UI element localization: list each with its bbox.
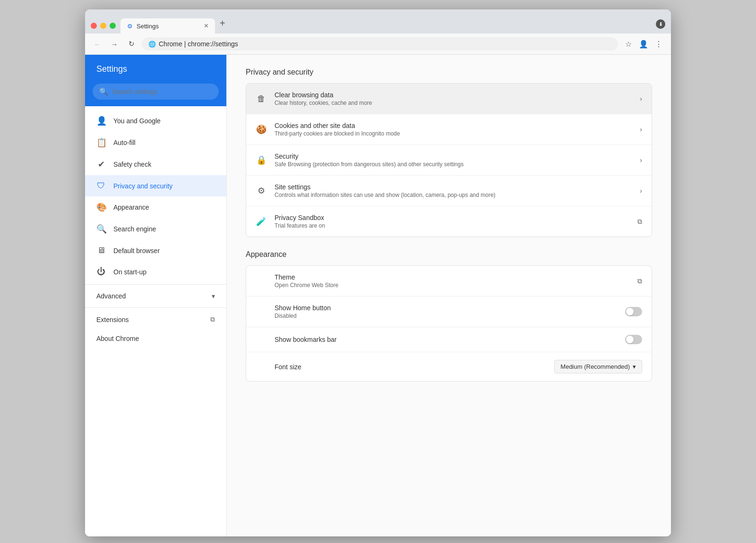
maximize-traffic-light[interactable] bbox=[110, 23, 116, 29]
minimize-traffic-light[interactable] bbox=[100, 23, 106, 29]
traffic-lights bbox=[91, 23, 116, 34]
chevron-right-icon-3: › bbox=[640, 156, 642, 164]
sidebar-header: Settings bbox=[85, 55, 226, 84]
font-size-value: Medium (Recommended) bbox=[560, 363, 630, 370]
show-home-button-row[interactable]: Show Home button Disabled bbox=[246, 297, 652, 327]
appearance-card: Theme Open Chrome Web Store ⧉ Show Home … bbox=[246, 265, 652, 382]
cast-icon[interactable]: ⬇ bbox=[656, 19, 665, 29]
cookies-icon: 🍪 bbox=[256, 124, 267, 135]
sidebar-item-extensions[interactable]: Extensions ⧉ bbox=[85, 310, 226, 329]
shield-icon: 🛡 bbox=[96, 181, 106, 191]
external-icon: ⧉ bbox=[637, 218, 642, 226]
sidebar-divider bbox=[85, 284, 226, 285]
site-settings-row[interactable]: ⚙ Site settings Controls what informatio… bbox=[246, 176, 652, 206]
sidebar-advanced-label: Advanced bbox=[96, 292, 126, 300]
cookies-row[interactable]: 🍪 Cookies and other site data Third-part… bbox=[246, 114, 652, 145]
search-engine-icon: 🔍 bbox=[96, 224, 106, 234]
startup-icon: ⏻ bbox=[96, 267, 106, 277]
bookmark-button[interactable]: ☆ bbox=[622, 37, 635, 51]
privacy-sandbox-text: Privacy Sandbox Trial features are on bbox=[275, 214, 630, 229]
sidebar-extensions-label: Extensions bbox=[96, 316, 129, 323]
address-bar: ← → ↻ 🌐 Chrome | chrome://settings ☆ 👤 ⋮ bbox=[85, 34, 671, 55]
sidebar-item-label: Safety check bbox=[113, 161, 151, 168]
privacy-security-title: Privacy and security bbox=[246, 68, 652, 76]
font-size-select[interactable]: Medium (Recommended) ▾ bbox=[554, 360, 642, 373]
lock-icon: 🔒 bbox=[256, 155, 267, 165]
sidebar-nav: 👤 You and Google 📋 Auto-fill ✔ Safety ch… bbox=[85, 106, 226, 352]
privacy-sandbox-row[interactable]: 🧪 Privacy Sandbox Trial features are on … bbox=[246, 206, 652, 237]
sidebar-item-label: Auto-fill bbox=[113, 139, 136, 146]
cookies-text: Cookies and other site data Third-party … bbox=[275, 122, 632, 137]
active-tab[interactable]: ⚙ Settings × bbox=[120, 18, 215, 34]
sidebar-item-about-chrome[interactable]: About Chrome bbox=[85, 329, 226, 348]
sidebar-item-default-browser[interactable]: 🖥 Default browser bbox=[85, 240, 226, 261]
sidebar-item-safety-check[interactable]: ✔ Safety check bbox=[85, 153, 226, 175]
tab-title: Settings bbox=[137, 23, 200, 30]
clear-browsing-data-subtitle: Clear history, cookies, cache and more bbox=[275, 100, 632, 106]
close-traffic-light[interactable] bbox=[91, 23, 97, 29]
search-input[interactable] bbox=[112, 88, 212, 95]
security-title: Security bbox=[275, 153, 632, 160]
sidebar: Settings 🔍 👤 You and Google 📋 Auto-f bbox=[85, 55, 227, 536]
sidebar-item-label: Appearance bbox=[113, 204, 149, 211]
reload-button[interactable]: ↻ bbox=[125, 37, 138, 51]
back-button[interactable]: ← bbox=[91, 37, 104, 51]
show-bookmarks-bar-row[interactable]: Show bookmarks bar bbox=[246, 327, 652, 352]
sidebar-about-label: About Chrome bbox=[96, 335, 139, 342]
site-settings-subtitle: Controls what information sites can use … bbox=[275, 192, 632, 198]
tab-bar-right: ⬇ bbox=[656, 19, 665, 34]
menu-button[interactable]: ⋮ bbox=[652, 37, 665, 51]
theme-subtitle: Open Chrome Web Store bbox=[275, 282, 630, 288]
sidebar-item-privacy-security[interactable]: 🛡 Privacy and security bbox=[85, 175, 226, 196]
sidebar-divider-2 bbox=[85, 307, 226, 308]
privacy-sandbox-subtitle: Trial features are on bbox=[275, 222, 630, 229]
security-subtitle: Safe Browsing (protection from dangerous… bbox=[275, 161, 632, 168]
theme-row[interactable]: Theme Open Chrome Web Store ⧉ bbox=[246, 266, 652, 297]
safety-check-icon: ✔ bbox=[96, 159, 106, 170]
bookmarks-bar-toggle[interactable] bbox=[625, 335, 642, 344]
security-row[interactable]: 🔒 Security Safe Browsing (protection fro… bbox=[246, 145, 652, 176]
cookies-title: Cookies and other site data bbox=[275, 122, 632, 129]
sidebar-item-on-startup[interactable]: ⏻ On start-up bbox=[85, 261, 226, 282]
bookmarks-bar-title: Show bookmarks bar bbox=[275, 336, 618, 343]
select-chevron-icon: ▾ bbox=[633, 363, 636, 370]
cookies-subtitle: Third-party cookies are blocked in Incog… bbox=[275, 130, 632, 137]
url-bar[interactable]: 🌐 Chrome | chrome://settings bbox=[142, 37, 618, 51]
search-icon: 🔍 bbox=[99, 87, 108, 96]
sidebar-item-label: You and Google bbox=[113, 117, 161, 125]
palette-icon: 🎨 bbox=[96, 202, 106, 212]
toggle-slider bbox=[625, 307, 642, 316]
sidebar-item-label: Default browser bbox=[113, 247, 160, 255]
forward-button[interactable]: → bbox=[108, 37, 121, 51]
home-button-title: Show Home button bbox=[275, 304, 618, 312]
profile-button[interactable]: 👤 bbox=[637, 37, 650, 51]
clear-browsing-data-row[interactable]: 🗑 Clear browsing data Clear history, coo… bbox=[246, 84, 652, 114]
sidebar-item-appearance[interactable]: 🎨 Appearance bbox=[85, 196, 226, 218]
font-size-title: Font size bbox=[275, 363, 547, 371]
chevron-right-icon: › bbox=[640, 95, 642, 102]
home-button-subtitle: Disabled bbox=[275, 313, 618, 319]
sidebar-item-label: Privacy and security bbox=[113, 182, 172, 190]
url-globe-icon: 🌐 bbox=[148, 41, 156, 48]
home-button-toggle[interactable] bbox=[625, 307, 642, 316]
title-bar: ⚙ Settings × + ⬇ bbox=[85, 9, 671, 34]
home-button-text: Show Home button Disabled bbox=[256, 304, 618, 319]
person-icon: 👤 bbox=[96, 116, 106, 126]
browser-window: ⚙ Settings × + ⬇ ← → ↻ 🌐 Chrome | chrome… bbox=[85, 9, 671, 536]
site-settings-text: Site settings Controls what information … bbox=[275, 183, 632, 198]
site-settings-title: Site settings bbox=[275, 183, 632, 191]
font-size-row[interactable]: Font size Medium (Recommended) ▾ bbox=[246, 352, 652, 381]
sidebar-item-search-engine[interactable]: 🔍 Search engine bbox=[85, 218, 226, 240]
new-tab-button[interactable]: + bbox=[215, 14, 230, 34]
sidebar-item-auto-fill[interactable]: 📋 Auto-fill bbox=[85, 132, 226, 153]
chevron-right-icon-4: › bbox=[640, 187, 642, 195]
sidebar-title: Settings bbox=[96, 64, 127, 74]
clear-browsing-data-title: Clear browsing data bbox=[275, 91, 632, 99]
tab-close-button[interactable]: × bbox=[204, 22, 208, 30]
site-settings-icon: ⚙ bbox=[256, 186, 267, 196]
chevron-right-icon-2: › bbox=[640, 126, 642, 133]
sidebar-item-you-and-google[interactable]: 👤 You and Google bbox=[85, 110, 226, 132]
external-link-icon: ⧉ bbox=[210, 315, 215, 323]
toggle-slider-2 bbox=[625, 335, 642, 344]
sidebar-item-advanced[interactable]: Advanced ▾ bbox=[85, 287, 226, 305]
